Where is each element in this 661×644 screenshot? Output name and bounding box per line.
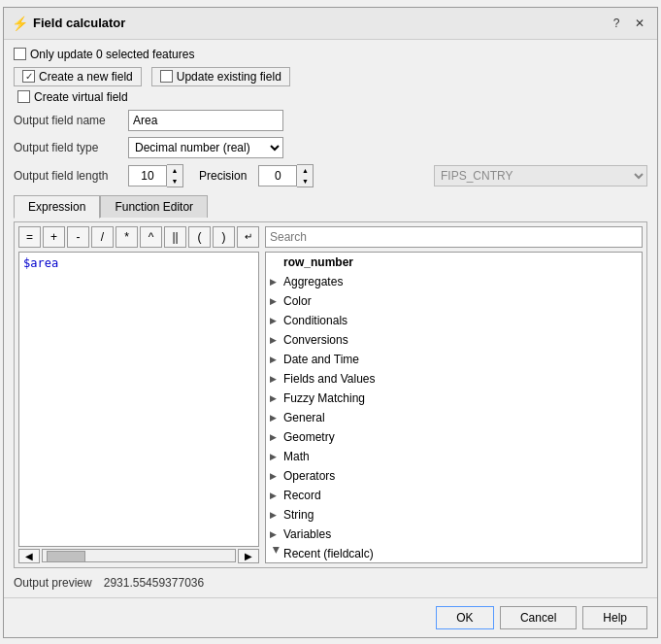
- tree-item-general[interactable]: ▶ General: [266, 408, 642, 427]
- precision-spinner: ▲ ▼: [258, 164, 314, 187]
- scroll-right-button[interactable]: ▶: [238, 549, 259, 563]
- op-equals-button[interactable]: =: [18, 226, 41, 248]
- arrow-fuzzy-matching: ▶: [270, 393, 283, 403]
- output-field-length-row: Output field length ▲ ▼ Precision ▲ ▼ FI…: [14, 164, 647, 187]
- tab-function-editor[interactable]: Function Editor: [100, 195, 208, 218]
- tree-item-fuzzy-matching[interactable]: ▶ Fuzzy Matching: [266, 389, 642, 408]
- arrow-operators: ▶: [270, 471, 283, 481]
- op-open-paren-button[interactable]: (: [188, 226, 211, 248]
- scroll-left-button[interactable]: ◀: [18, 549, 40, 563]
- search-input[interactable]: [265, 226, 643, 248]
- output-field-type-select[interactable]: Decimal number (real): [128, 137, 283, 158]
- tree-item-fields-and-values[interactable]: ▶ Fields and Values: [266, 369, 642, 389]
- op-newline-button[interactable]: ↵: [237, 226, 259, 248]
- output-field-length-label: Output field length: [14, 169, 120, 183]
- output-preview-label: Output preview: [14, 576, 92, 590]
- tree-item-operators[interactable]: ▶ Operators: [266, 466, 642, 486]
- op-divide-button[interactable]: /: [91, 226, 114, 248]
- existing-field-select: FIPS_CNTRY: [434, 165, 647, 186]
- only-update-checkbox[interactable]: [14, 48, 26, 60]
- tree-item-variables[interactable]: ▶ Variables: [266, 525, 642, 544]
- cancel-button[interactable]: Cancel: [500, 606, 577, 629]
- tree-label-record: Record: [283, 489, 638, 502]
- only-update-label: Only update 0 selected features: [30, 48, 194, 61]
- precision-label: Precision: [199, 169, 247, 183]
- arrow-variables: ▶: [270, 529, 283, 539]
- arrow-conversions: ▶: [270, 335, 283, 345]
- help-title-button[interactable]: ?: [607, 14, 626, 33]
- only-update-row: Only update 0 selected features: [14, 48, 647, 61]
- new-field-group: Create a new field Update existing field: [14, 67, 647, 86]
- precision-down-button[interactable]: ▼: [297, 176, 313, 186]
- tree-label-variables: Variables: [283, 527, 638, 541]
- op-minus-button[interactable]: -: [67, 226, 89, 248]
- tree-item-conditionals[interactable]: ▶ Conditionals: [266, 311, 642, 330]
- operators-row: = + - / * ^ || ( ) ↵: [18, 226, 259, 248]
- length-input[interactable]: [128, 165, 167, 186]
- title-bar-left: ⚡ Field calculator: [12, 16, 125, 31]
- function-tree-list[interactable]: row_number ▶ Aggregates ▶ Color ▶ Condit…: [265, 252, 643, 563]
- output-field-type-label: Output field type: [14, 141, 120, 154]
- arrow-date-and-time: ▶: [270, 355, 283, 364]
- tree-label-conversions: Conversions: [283, 333, 638, 347]
- virtual-field-checkbox[interactable]: [17, 90, 30, 103]
- tree-item-recent[interactable]: ▶ Recent (fieldcalc): [266, 544, 642, 563]
- op-concat-button[interactable]: ||: [164, 226, 186, 248]
- arrow-math: ▶: [270, 452, 283, 461]
- precision-input[interactable]: [258, 165, 297, 186]
- arrow-string: ▶: [270, 510, 283, 520]
- length-spinner: ▲ ▼: [128, 164, 183, 187]
- tree-item-string[interactable]: ▶ String: [266, 505, 642, 525]
- update-existing-checkbox[interactable]: [160, 70, 173, 83]
- op-plus-button[interactable]: +: [43, 226, 65, 248]
- expression-editor[interactable]: $area: [18, 252, 259, 547]
- ok-button[interactable]: OK: [436, 606, 494, 629]
- tree-label-aggregates: Aggregates: [283, 275, 638, 288]
- tree-label-recent: Recent (fieldcalc): [283, 547, 638, 560]
- tree-label-conditionals: Conditionals: [283, 314, 638, 327]
- arrow-general: ▶: [270, 413, 283, 423]
- length-up-button[interactable]: ▲: [167, 165, 182, 176]
- tree-item-date-and-time[interactable]: ▶ Date and Time: [266, 350, 642, 369]
- length-spin-buttons: ▲ ▼: [167, 164, 183, 187]
- output-field-type-row: Output field type Decimal number (real): [14, 137, 647, 158]
- op-close-paren-button[interactable]: ): [213, 226, 235, 248]
- tree-label-string: String: [283, 508, 638, 522]
- op-multiply-button[interactable]: *: [116, 226, 138, 248]
- tree-item-row-number[interactable]: row_number: [266, 253, 642, 272]
- tree-item-color[interactable]: ▶ Color: [266, 291, 642, 311]
- output-preview-row: Output preview 2931.55459377036: [14, 576, 647, 590]
- tabs-row: Expression Function Editor: [14, 195, 647, 218]
- update-existing-label: Update existing field: [177, 70, 281, 84]
- tree-label-color: Color: [283, 294, 638, 308]
- virtual-field-label: Create virtual field: [34, 90, 128, 104]
- tree-item-geometry[interactable]: ▶ Geometry: [266, 427, 642, 447]
- arrow-geometry: ▶: [270, 432, 283, 442]
- tree-label-operators: Operators: [283, 469, 638, 483]
- tree-item-record[interactable]: ▶ Record: [266, 486, 642, 505]
- tab-expression[interactable]: Expression: [14, 195, 100, 219]
- tree-label-geometry: Geometry: [283, 430, 638, 444]
- length-down-button[interactable]: ▼: [167, 176, 182, 186]
- close-button[interactable]: ✕: [630, 14, 649, 33]
- tree-item-aggregates[interactable]: ▶ Aggregates: [266, 272, 642, 291]
- main-area: = + - / * ^ || ( ) ↵ $area ◀: [14, 221, 647, 568]
- output-field-name-row: Output field name: [14, 110, 647, 131]
- output-field-name-input[interactable]: [128, 110, 283, 131]
- precision-up-button[interactable]: ▲: [297, 165, 313, 176]
- left-panel: = + - / * ^ || ( ) ↵ $area ◀: [18, 226, 259, 563]
- tree-item-math[interactable]: ▶ Math: [266, 447, 642, 466]
- tree-item-conversions[interactable]: ▶ Conversions: [266, 330, 642, 350]
- dialog-body: Only update 0 selected features Create a…: [4, 40, 657, 597]
- tree-label-fields-and-values: Fields and Values: [283, 372, 638, 386]
- virtual-field-row: Create virtual field: [17, 90, 647, 104]
- op-caret-button[interactable]: ^: [140, 226, 162, 248]
- field-calculator-dialog: ⚡ Field calculator ? ✕ Only update 0 sel…: [3, 7, 658, 638]
- calculator-icon: ⚡: [12, 16, 27, 31]
- dialog-footer: OK Cancel Help: [4, 597, 657, 637]
- tree-label-date-and-time: Date and Time: [283, 353, 638, 366]
- help-button[interactable]: Help: [582, 606, 647, 629]
- right-panel: row_number ▶ Aggregates ▶ Color ▶ Condit…: [265, 226, 643, 563]
- new-field-checkbox[interactable]: [22, 70, 35, 83]
- arrow-conditionals: ▶: [270, 316, 283, 325]
